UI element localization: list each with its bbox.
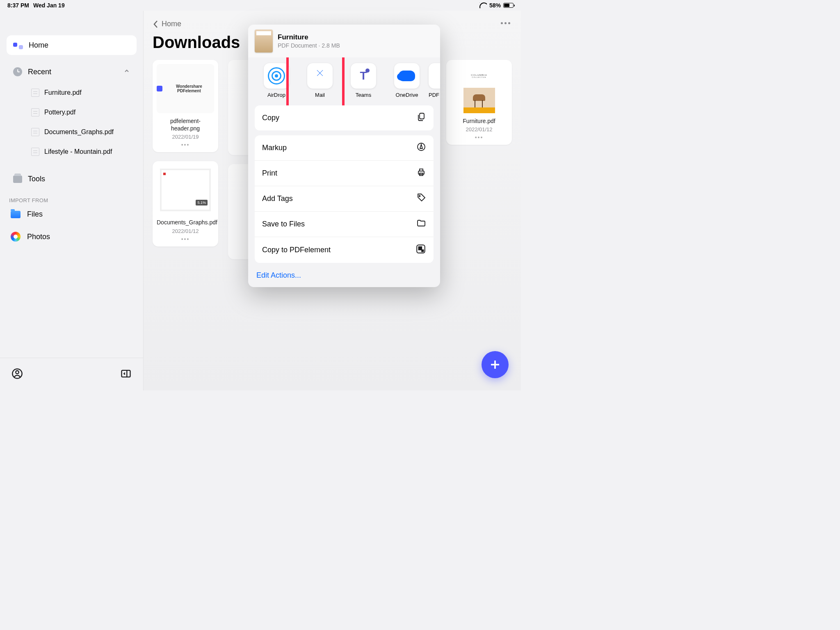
share-action-copy-group: Copy [255, 105, 434, 130]
file-thumb: COLUMBIACOLLECTIVE [450, 64, 508, 113]
photos-icon [11, 232, 21, 242]
svg-rect-14 [422, 250, 423, 251]
print-icon [416, 167, 426, 179]
share-app-label: OneDrive [385, 92, 429, 98]
recent-file-item[interactable]: Documents_Graphs.pdf [31, 122, 137, 142]
svg-rect-9 [420, 169, 423, 171]
share-action-savefiles[interactable]: Save to Files [255, 212, 434, 237]
recent-file-label: Pottery.pdf [44, 109, 75, 116]
sidebar-toggle-icon[interactable] [120, 368, 132, 381]
share-app-mail[interactable]: Mail [298, 63, 342, 98]
airdrop-icon [268, 67, 285, 84]
wifi-icon [479, 2, 487, 8]
action-label: Copy to PDFelement [262, 246, 331, 254]
import-photos[interactable]: Photos [7, 225, 137, 248]
back-label: Home [162, 20, 181, 28]
share-app-label: PDF [429, 92, 440, 98]
sidebar-tools-label: Tools [28, 175, 45, 183]
more-menu-button[interactable] [501, 22, 510, 24]
share-app-label: Teams [342, 92, 385, 98]
share-file-thumb [255, 30, 273, 52]
share-action-markup[interactable]: Markup [255, 135, 434, 161]
svg-point-1 [16, 370, 18, 373]
file-card-more[interactable]: ••• [450, 134, 508, 141]
share-app-onedrive[interactable]: OneDrive [385, 63, 429, 98]
recent-file-label: Documents_Graphs.pdf [44, 128, 114, 136]
sidebar-item-recent[interactable]: Recent [7, 62, 137, 81]
file-icon [31, 108, 39, 116]
file-card-date: 2022/01/19 [157, 134, 214, 140]
svg-rect-6 [420, 113, 424, 119]
file-card[interactable]: COLUMBIACOLLECTIVE Furniture.pdf 2022/01… [446, 60, 512, 145]
thumb-label: Wondershare PDFelement [164, 84, 214, 93]
file-card-more[interactable]: ••• [157, 236, 214, 242]
status-date: Wed Jan 19 [33, 2, 65, 9]
sidebar: Home Recent Furniture.pdf Pottery.pdf Do… [0, 11, 144, 390]
import-files-label: Files [27, 210, 43, 219]
share-sheet: Furniture PDF Document · 2.8 MB AirDrop … [248, 25, 440, 287]
recent-file-item[interactable]: Lifestyle - Mountain.pdf [31, 142, 137, 162]
share-app-pdf[interactable]: PDF [429, 63, 440, 98]
file-thumb [157, 165, 214, 215]
action-label: Add Tags [262, 194, 293, 203]
chevron-left-icon [153, 20, 159, 28]
file-card-name: pdfelement-header.png [157, 117, 214, 132]
sidebar-recent-label: Recent [28, 68, 51, 76]
share-action-copy[interactable]: Copy [255, 105, 434, 130]
sidebar-item-tools[interactable]: Tools [7, 170, 137, 188]
battery-percent: 58% [489, 2, 501, 9]
home-icon [13, 40, 23, 50]
share-app-label: AirDrop [255, 92, 298, 98]
edit-actions-button[interactable]: Edit Actions... [248, 265, 440, 287]
toolbox-icon [13, 176, 22, 183]
add-button[interactable] [482, 351, 509, 378]
share-header: Furniture PDF Document · 2.8 MB [248, 25, 440, 57]
pdf-app-icon [429, 63, 440, 89]
recent-file-item[interactable]: Furniture.pdf [31, 83, 137, 103]
file-card[interactable]: Wondershare PDFelement pdfelement-header… [153, 60, 218, 152]
action-label: Markup [262, 144, 287, 152]
teams-icon: T [360, 69, 367, 82]
import-from-label: IMPORT FROM [9, 197, 137, 203]
status-bar: 8:37 PM Wed Jan 19 58% [0, 0, 521, 11]
file-thumb: Wondershare PDFelement [157, 64, 214, 113]
share-file-title: Furniture [278, 33, 340, 41]
action-label: Print [262, 169, 277, 178]
clock-icon [13, 67, 22, 76]
account-icon[interactable] [11, 368, 23, 381]
share-app-airdrop[interactable]: AirDrop [255, 63, 298, 98]
share-app-teams[interactable]: T Teams [342, 63, 385, 98]
file-icon [31, 89, 39, 97]
share-action-addtags[interactable]: Add Tags [255, 186, 434, 212]
pdfelement-icon [415, 244, 426, 256]
recent-file-label: Furniture.pdf [44, 89, 82, 96]
sidebar-home-label: Home [29, 41, 48, 50]
share-action-copy-pdfelement[interactable]: Copy to PDFelement [255, 237, 434, 263]
file-card[interactable]: Documents_Graphs.pdf 2022/01/12 ••• [153, 161, 218, 246]
file-card-date: 2022/01/12 [157, 228, 214, 234]
svg-rect-13 [419, 247, 422, 250]
file-icon [31, 148, 39, 156]
plus-icon [489, 358, 501, 371]
copy-icon [416, 112, 426, 124]
action-label: Save to Files [262, 220, 305, 228]
markup-icon [416, 142, 426, 154]
share-app-row[interactable]: AirDrop Mail T Teams OneDrive PDF [248, 57, 440, 105]
share-action-group: Markup Print Add Tags Save to Files Copy… [255, 135, 434, 263]
onedrive-icon [399, 71, 415, 81]
mail-icon [307, 63, 333, 89]
file-card-more[interactable]: ••• [157, 142, 214, 148]
share-action-print[interactable]: Print [255, 161, 434, 186]
import-files[interactable]: Files [7, 203, 137, 225]
svg-point-11 [419, 196, 420, 197]
file-icon [31, 128, 39, 136]
chevron-down-icon [123, 68, 130, 76]
thumb-sub: COLLECTIVE [472, 76, 486, 78]
import-photos-label: Photos [27, 233, 50, 241]
status-time: 8:37 PM [7, 2, 29, 9]
sidebar-item-home[interactable]: Home [7, 35, 137, 55]
share-file-subtitle: PDF Document · 2.8 MB [278, 42, 340, 49]
file-card-date: 2022/01/12 [450, 126, 508, 132]
recent-file-item[interactable]: Pottery.pdf [31, 103, 137, 122]
file-card-name: Furniture.pdf [450, 117, 508, 125]
